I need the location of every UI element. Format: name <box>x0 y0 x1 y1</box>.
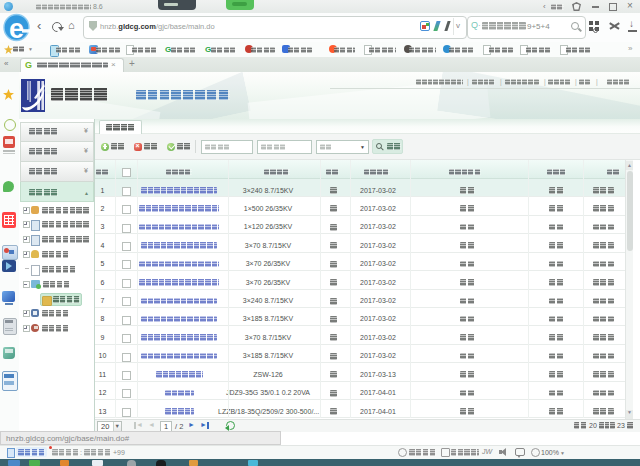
svg-text:e: e <box>9 14 24 43</box>
